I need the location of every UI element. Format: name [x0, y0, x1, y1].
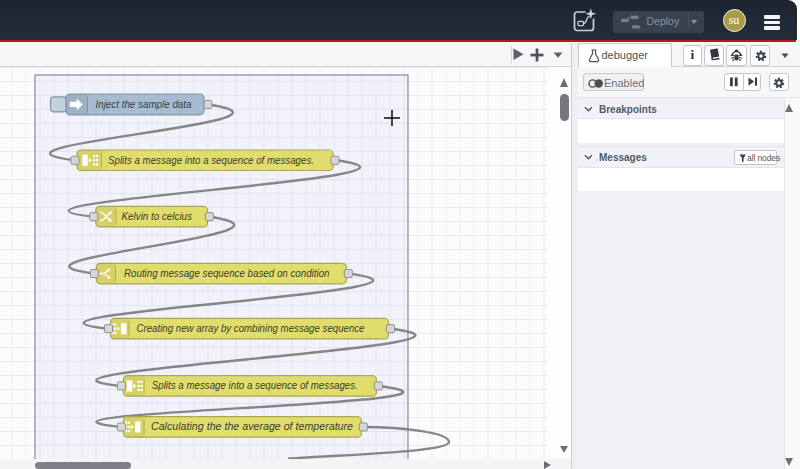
svg-text:Routing message sequence based: Routing message sequence based on condit… — [124, 267, 330, 278]
svg-text:Splits a message into a sequen: Splits a message into a sequence of mess… — [108, 154, 314, 165]
svg-text:Calculating the the average of: Calculating the the average of temperatu… — [151, 421, 353, 432]
svg-text:Inject the sample data: Inject the sample data — [96, 98, 192, 109]
svg-text:Kelvin to celcius: Kelvin to celcius — [122, 211, 193, 222]
svg-text:Splits a message into a sequen: Splits a message into a sequence of mess… — [152, 380, 358, 391]
svg-text:Creating new array by combinin: Creating new array by combining message … — [137, 323, 365, 334]
